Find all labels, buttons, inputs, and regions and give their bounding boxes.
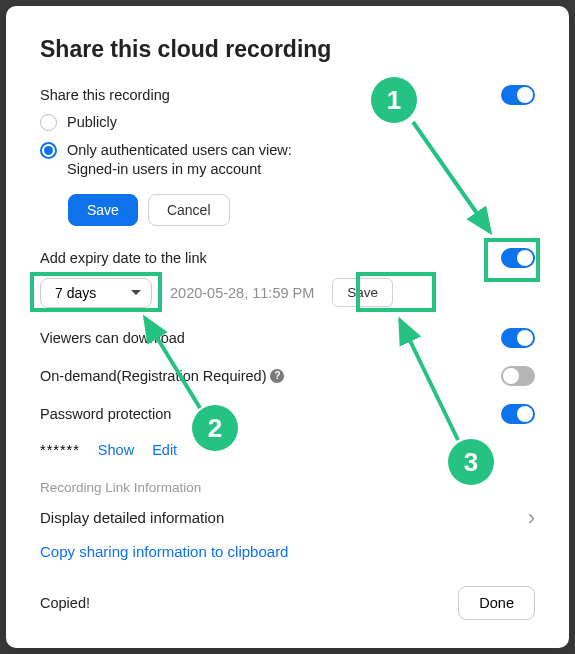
detailed-info-row[interactable]: Display detailed information › [40, 505, 535, 531]
expiry-label: Add expiry date to the link [40, 250, 207, 266]
password-show-link[interactable]: Show [98, 442, 134, 458]
chevron-right-icon: › [528, 505, 535, 531]
expiry-save-button[interactable]: Save [332, 278, 393, 307]
on-demand-label: On-demand(Registration Required) ? [40, 368, 284, 384]
expiry-duration-select[interactable]: 7 days [40, 278, 152, 308]
copied-status: Copied! [40, 595, 90, 611]
modal-title: Share this cloud recording [40, 36, 535, 63]
on-demand-toggle[interactable] [501, 366, 535, 386]
radio-publicly[interactable]: Publicly [40, 113, 535, 133]
radio-circle-selected-icon [40, 142, 57, 159]
password-toggle[interactable] [501, 404, 535, 424]
radio-authenticated-label: Only authenticated users can view: Signe… [67, 141, 292, 180]
help-icon[interactable]: ? [270, 369, 284, 383]
download-toggle[interactable] [501, 328, 535, 348]
radio-publicly-label: Publicly [67, 113, 117, 133]
share-toggle[interactable] [501, 85, 535, 105]
share-recording-modal: Share this cloud recording Share this re… [6, 6, 569, 648]
share-scope-radio-group: Publicly Only authenticated users can vi… [40, 113, 535, 180]
radio-circle-icon [40, 114, 57, 131]
expiry-toggle[interactable] [501, 248, 535, 268]
password-edit-link[interactable]: Edit [152, 442, 177, 458]
password-label: Password protection [40, 406, 171, 422]
expiry-date-text: 2020-05-28, 11:59 PM [170, 285, 314, 301]
expiry-duration-value: 7 days [55, 285, 96, 301]
copy-sharing-info-link[interactable]: Copy sharing information to clipboard [40, 543, 288, 560]
share-label: Share this recording [40, 87, 170, 103]
recording-link-info-header: Recording Link Information [40, 480, 535, 495]
download-label: Viewers can download [40, 330, 185, 346]
done-button[interactable]: Done [458, 586, 535, 620]
radio-authenticated[interactable]: Only authenticated users can view: Signe… [40, 141, 535, 180]
chevron-down-icon [131, 290, 141, 295]
cancel-button[interactable]: Cancel [148, 194, 230, 226]
password-masked: ****** [40, 442, 80, 458]
save-button[interactable]: Save [68, 194, 138, 226]
detailed-info-label: Display detailed information [40, 509, 224, 526]
